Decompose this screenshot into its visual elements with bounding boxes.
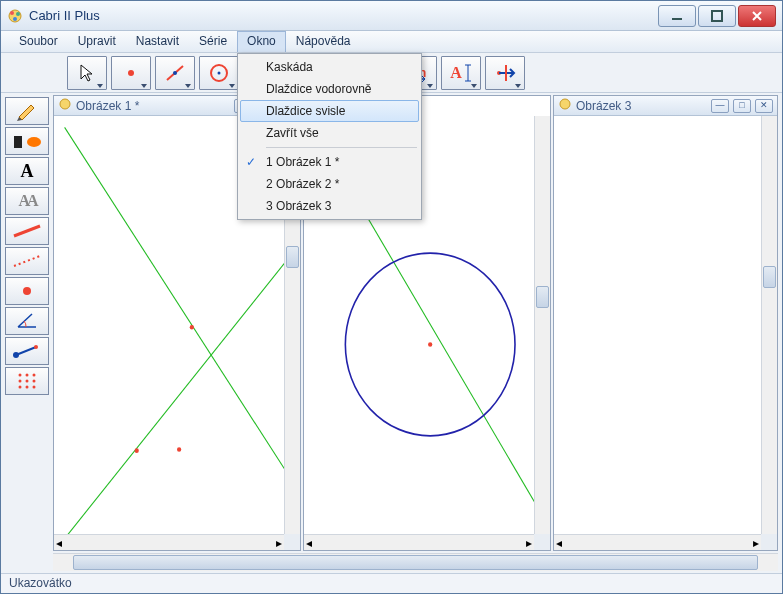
chevron-down-icon [229, 84, 235, 88]
close-button[interactable] [738, 5, 776, 27]
horizontal-scrollbar[interactable]: ◂▸ [554, 534, 761, 550]
scroll-right-icon[interactable]: ▸ [753, 536, 759, 550]
svg-point-1 [10, 11, 14, 15]
tool-circle[interactable] [199, 56, 239, 90]
svg-point-28 [33, 374, 36, 377]
menu-okno-label: Okno [247, 34, 276, 48]
tool-pointer[interactable] [67, 56, 107, 90]
chevron-down-icon [141, 84, 147, 88]
doc-maximize-button[interactable]: □ [733, 99, 751, 113]
menu-window-3[interactable]: 3 Obrázek 3 [240, 195, 419, 217]
scroll-thumb[interactable] [73, 555, 758, 570]
scroll-thumb[interactable] [763, 266, 776, 288]
svg-point-35 [60, 99, 70, 109]
menu-okno[interactable]: Okno Kaskáda Dlaždice vodorovně Dlaždice… [237, 31, 286, 52]
menu-window-1[interactable]: ✓1 Obrázek 1 * [240, 151, 419, 173]
app-icon [7, 8, 23, 24]
scroll-thumb[interactable] [536, 286, 549, 308]
doc-close-button[interactable]: ✕ [755, 99, 773, 113]
svg-point-44 [560, 99, 570, 109]
menu-upravit[interactable]: Upravit [68, 31, 126, 52]
vertical-scrollbar[interactable] [534, 116, 550, 534]
svg-line-21 [14, 256, 40, 266]
tool-pencil[interactable] [5, 97, 49, 125]
app-window: Cabri II Plus Soubor Upravit Nastavit Sé… [0, 0, 783, 594]
svg-rect-4 [672, 18, 682, 20]
tool-fill[interactable] [5, 127, 49, 155]
svg-point-39 [177, 447, 181, 452]
doc-icon [558, 97, 572, 114]
menu-close-all[interactable]: Zavřít vše [240, 122, 419, 144]
scroll-left-icon[interactable]: ◂ [306, 536, 312, 550]
svg-point-40 [135, 448, 139, 453]
svg-line-37 [65, 253, 293, 539]
scroll-right-icon[interactable]: ▸ [526, 536, 532, 550]
menu-nastavit[interactable]: Nastavit [126, 31, 189, 52]
canvas-3[interactable]: ◂▸ [554, 116, 777, 550]
document-title: Obrázek 1 * [76, 99, 230, 113]
menubar: Soubor Upravit Nastavit Série Okno Kaská… [1, 31, 782, 53]
titlebar: Cabri II Plus [1, 1, 782, 31]
svg-point-29 [19, 380, 22, 383]
tool-transform[interactable] [485, 56, 525, 90]
doc-minimize-button[interactable]: — [711, 99, 729, 113]
minimize-button[interactable] [658, 5, 696, 27]
tool-grid[interactable] [5, 367, 49, 395]
tool-point-style[interactable] [5, 277, 49, 305]
maximize-button[interactable] [698, 5, 736, 27]
svg-point-43 [428, 342, 432, 347]
check-icon: ✓ [246, 155, 256, 169]
tool-font-style[interactable]: AA [5, 187, 49, 215]
tool-line-red[interactable] [5, 217, 49, 245]
svg-point-10 [218, 71, 221, 74]
document-title: Obrázek 3 [576, 99, 707, 113]
svg-line-23 [16, 347, 36, 355]
svg-rect-5 [712, 11, 722, 21]
menu-napoveda[interactable]: Nápověda [286, 31, 361, 52]
tool-vector[interactable] [5, 337, 49, 365]
tool-point[interactable] [111, 56, 151, 90]
menu-separator [266, 147, 417, 148]
svg-line-20 [14, 226, 40, 236]
menu-serie[interactable]: Série [189, 31, 237, 52]
svg-rect-18 [14, 136, 22, 148]
scroll-left-icon[interactable]: ◂ [56, 536, 62, 550]
svg-point-38 [190, 325, 194, 330]
chevron-down-icon [515, 84, 521, 88]
svg-point-2 [16, 12, 20, 16]
svg-point-27 [26, 374, 29, 377]
svg-point-22 [23, 287, 31, 295]
document-window-3: Obrázek 3 — □ ✕ ◂▸ [553, 95, 778, 551]
menu-cascade[interactable]: Kaskáda [240, 56, 419, 78]
chevron-down-icon [185, 84, 191, 88]
main-horizontal-scrollbar[interactable] [53, 553, 778, 571]
status-bar: Ukazovátko [1, 573, 782, 593]
menu-window-2[interactable]: 2 Obrázek 2 * [240, 173, 419, 195]
scroll-left-icon[interactable]: ◂ [556, 536, 562, 550]
chevron-down-icon [97, 84, 103, 88]
scroll-right-icon[interactable]: ▸ [276, 536, 282, 550]
tool-angle[interactable] [5, 307, 49, 335]
scroll-thumb[interactable] [286, 246, 299, 268]
svg-point-6 [128, 70, 134, 76]
tool-line-dotted[interactable] [5, 247, 49, 275]
svg-point-19 [27, 137, 41, 147]
horizontal-scrollbar[interactable]: ◂▸ [54, 534, 284, 550]
status-text: Ukazovátko [9, 576, 72, 590]
vertical-scrollbar[interactable] [761, 116, 777, 534]
svg-point-26 [19, 374, 22, 377]
svg-point-31 [33, 380, 36, 383]
tool-font[interactable]: A [5, 157, 49, 185]
tool-segment[interactable] [155, 56, 195, 90]
menu-okno-dropdown: Kaskáda Dlaždice vodorovně Dlaždice svis… [237, 53, 422, 220]
tool-text[interactable]: A [441, 56, 481, 90]
svg-point-33 [26, 386, 29, 389]
menu-soubor[interactable]: Soubor [9, 31, 68, 52]
svg-point-8 [173, 71, 177, 75]
horizontal-scrollbar[interactable]: ◂▸ [304, 534, 534, 550]
window-title: Cabri II Plus [29, 8, 656, 23]
chevron-down-icon [427, 84, 433, 88]
menu-tile-vertical[interactable]: Dlaždice svisle [240, 100, 419, 122]
svg-point-25 [34, 345, 38, 349]
menu-tile-horizontal[interactable]: Dlaždice vodorovně [240, 78, 419, 100]
